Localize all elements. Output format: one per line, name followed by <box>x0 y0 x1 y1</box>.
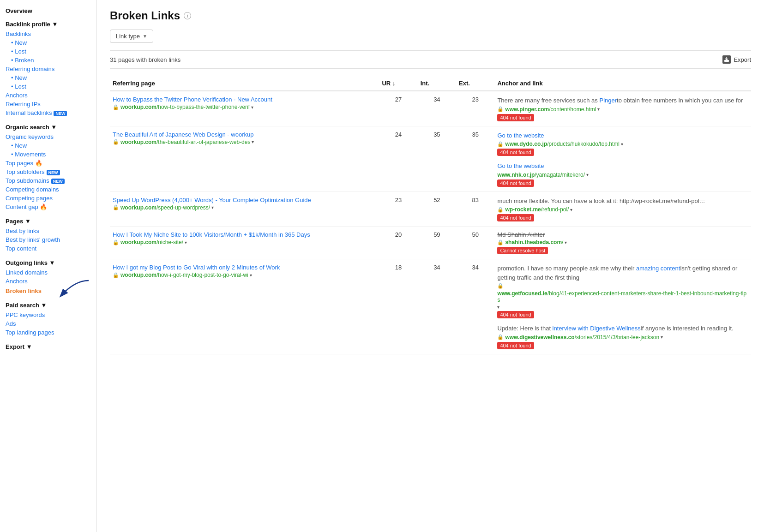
url-dropdown-icon[interactable]: ▾ <box>252 139 254 144</box>
sidebar-item-backlinks[interactable]: Backlinks <box>6 30 91 38</box>
anchor-url-link[interactable]: www.nhk.or.jp/yamagata/mitekero/ <box>497 172 585 178</box>
sidebar-item-backlinks-broken[interactable]: Broken <box>11 56 91 65</box>
ur-cell: 20 <box>379 227 417 259</box>
sidebar-backlink-profile[interactable]: Backlink profile ▼ <box>6 21 91 28</box>
sidebar-organic-search[interactable]: Organic search ▼ <box>6 124 91 131</box>
anchor-url-link[interactable]: www.dydo.co.jp/products/hukkokudo/top.ht… <box>505 141 620 147</box>
anchor-url-dropdown-icon[interactable]: ▾ <box>661 335 663 340</box>
sidebar-item-referring-domains[interactable]: Referring domains <box>6 65 91 73</box>
export-button[interactable]: Export <box>722 55 751 64</box>
sidebar-item-ppc-keywords[interactable]: PPC keywords <box>6 311 91 319</box>
info-icon[interactable]: i <box>184 12 191 19</box>
int-cell: 34 <box>418 259 456 354</box>
anchor-url-dropdown-icon[interactable]: ▾ <box>570 207 572 212</box>
page-url-link[interactable]: woorkup.com/how-i-got-my-blog-post-to-go… <box>120 272 248 278</box>
anchor-strikethrough: Md Shahin Akhter <box>497 231 545 238</box>
page-title-link[interactable]: How I Took My Niche Site to 100k Visitor… <box>113 231 310 238</box>
page-title-link[interactable]: How to Bypass the Twitter Phone Verifica… <box>113 96 272 103</box>
anchor-url-link[interactable]: shahin.theabeda.com/ <box>505 239 563 245</box>
anchor-url-link[interactable]: wp-rocket.me/refund-pol/ <box>505 206 569 213</box>
link-type-dropdown[interactable]: Link type ▼ <box>110 30 153 43</box>
page-url-link[interactable]: woorkup.com/how-to-bypass-the-twitter-ph… <box>120 104 250 110</box>
sidebar-item-competing-domains[interactable]: Competing domains <box>6 185 91 194</box>
anchor-url-dropdown-icon[interactable]: ▾ <box>565 240 567 245</box>
anchor-cell: promotion. I have so many people ask me … <box>494 259 751 354</box>
url-dropdown-icon[interactable]: ▾ <box>211 205 214 210</box>
sidebar-item-competing-pages[interactable]: Competing pages <box>6 194 91 203</box>
error-badge: 404 not found <box>497 342 534 349</box>
anchor-hyperlink[interactable]: amazing content <box>636 265 680 272</box>
sidebar-item-top-subfolders[interactable]: Top subfoldersNEW <box>6 167 91 176</box>
page-title-link[interactable]: The Beautiful Art of Japanese Web Design… <box>113 131 253 138</box>
anchor-url-line: www.nhk.or.jp/yamagata/mitekero/ ▾ <box>497 172 748 178</box>
url-dropdown-icon[interactable]: ▾ <box>251 105 253 110</box>
anchor-url-dropdown-icon[interactable]: ▾ <box>586 172 589 177</box>
anchor-hyperlink[interactable]: Pinger <box>599 97 617 104</box>
ext-cell: 34 <box>456 259 494 354</box>
page-url-link[interactable]: woorkup.com/niche-site/ <box>120 239 183 245</box>
sidebar-item-best-by-links-growth[interactable]: Best by links' growth <box>6 235 91 244</box>
url-dropdown-icon[interactable]: ▾ <box>185 240 187 245</box>
page-url-link[interactable]: woorkup.com/speed-up-wordpress/ <box>120 204 210 211</box>
sidebar-item-best-by-links[interactable]: Best by links <box>6 227 91 235</box>
sidebar-item-anchors[interactable]: Anchors <box>6 91 91 100</box>
sidebar-item-rd-new[interactable]: New <box>11 73 91 82</box>
anchor-entry: There are many free services such as Pin… <box>497 96 748 121</box>
ur-cell: 23 <box>379 191 417 227</box>
page-title-link[interactable]: How I got my Blog Post to Go Viral with … <box>113 264 280 271</box>
anchor-entry: Go to the websitewww.nhk.or.jp/yamagata/… <box>497 161 748 187</box>
anchor-hyperlink[interactable]: Go to the website <box>497 132 544 139</box>
error-badge: 404 not found <box>497 114 534 121</box>
sidebar-export[interactable]: Export ▼ <box>6 343 91 350</box>
sidebar-item-ok-new[interactable]: New <box>11 141 91 150</box>
sidebar-item-top-pages[interactable]: Top pages 🔥 <box>6 159 91 167</box>
anchor-url-dropdown-icon[interactable]: ▾ <box>621 142 623 147</box>
int-cell: 52 <box>418 191 456 227</box>
sidebar-item-anchors2[interactable]: Anchors <box>6 277 91 286</box>
anchor-url-link[interactable]: www.pinger.com/content/home.html <box>505 106 596 113</box>
sidebar-item-internal-backlinks[interactable]: Internal backlinksNEW <box>6 108 91 117</box>
table-row: The Beautiful Art of Japanese Web Design… <box>110 126 751 191</box>
anchor-description: much more flexible. You can have a look … <box>497 197 748 206</box>
sidebar-item-backlinks-new[interactable]: New <box>11 38 91 47</box>
anchor-hyperlink[interactable]: Go to the website <box>497 162 544 169</box>
sidebar-item-backlinks-lost[interactable]: Lost <box>11 47 91 56</box>
sidebar-item-top-subdomains[interactable]: Top subdomainsNEW <box>6 176 91 185</box>
anchor-entry: Go to the website🔒www.dydo.co.jp/product… <box>497 131 748 156</box>
anchor-lock-icon: 🔒 <box>497 141 504 147</box>
ext-cell: 83 <box>456 191 494 227</box>
sidebar-item-ok-movements[interactable]: Movements <box>11 150 91 159</box>
sidebar-outgoing-links[interactable]: Outgoing links ▼ <box>6 259 91 266</box>
sidebar-overview[interactable]: Overview <box>6 7 91 14</box>
sidebar-item-rd-lost[interactable]: Lost <box>11 82 91 91</box>
col-header-int: Int. <box>418 76 456 91</box>
sidebar-pages[interactable]: Pages ▼ <box>6 218 91 225</box>
anchor-lock-icon: 🔒 <box>497 207 504 213</box>
page-url-link[interactable]: woorkup.com/the-beautiful-art-of-japanes… <box>120 139 250 145</box>
int-cell: 59 <box>418 227 456 259</box>
anchor-hyperlink[interactable]: interview with Digestive Wellness <box>553 325 641 332</box>
anchor-url-link[interactable]: www.getfocused.ie/blog/41-experienced-co… <box>497 290 748 303</box>
anchor-description: Go to the website <box>497 131 748 140</box>
ur-cell: 27 <box>379 91 417 126</box>
sidebar-item-referring-ips[interactable]: Referring IPs <box>6 100 91 108</box>
sidebar-item-ads[interactable]: Ads <box>6 319 91 328</box>
url-dropdown-icon[interactable]: ▾ <box>250 273 252 278</box>
sidebar-item-organic-keywords[interactable]: Organic keywords <box>6 132 91 141</box>
anchor-url-dropdown-icon[interactable]: ▾ <box>497 305 499 310</box>
sidebar-item-linked-domains[interactable]: Linked domains <box>6 268 91 277</box>
error-badge: 404 not found <box>497 149 534 156</box>
col-header-ur[interactable]: UR ↓ <box>379 76 417 91</box>
anchor-url-dropdown-icon[interactable]: ▾ <box>597 107 600 112</box>
sidebar-paid-search[interactable]: Paid search ▼ <box>6 302 91 309</box>
page-title-link[interactable]: Speed Up WordPress (4,000+ Words) - Your… <box>113 197 311 203</box>
sidebar-item-top-content[interactable]: Top content <box>6 244 91 253</box>
referring-page-cell: Speed Up WordPress (4,000+ Words) - Your… <box>110 191 379 227</box>
sidebar-item-top-landing-pages[interactable]: Top landing pages <box>6 328 91 337</box>
anchor-url-line: 🔒www.getfocused.ie/blog/41-experienced-c… <box>497 283 748 310</box>
error-badge: 404 not found <box>497 214 534 221</box>
error-badge: Cannot resolve host <box>497 247 548 254</box>
sidebar-item-content-gap[interactable]: Content gap 🔥 <box>6 203 91 211</box>
anchor-url-link[interactable]: www.digestivewellness.co/stories/2015/4/… <box>505 334 659 341</box>
sidebar-item-broken-links[interactable]: Broken links <box>6 287 42 295</box>
